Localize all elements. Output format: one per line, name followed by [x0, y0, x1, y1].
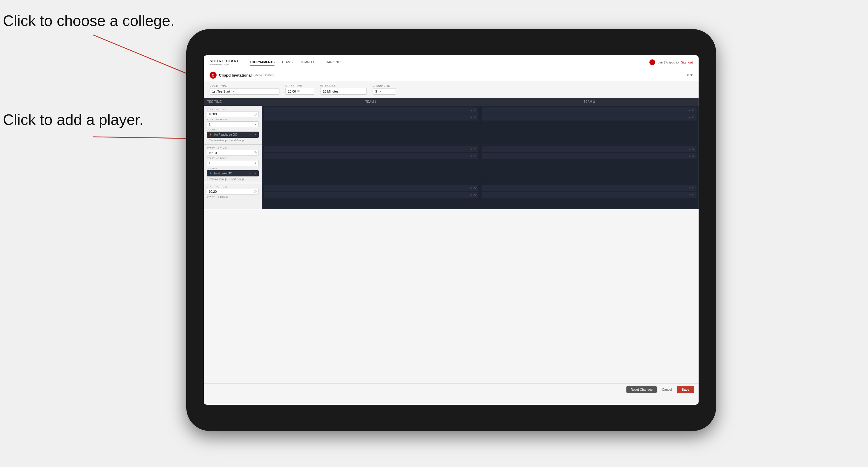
- cancel-button[interactable]: Cancel: [659, 386, 675, 393]
- minus-icon-row1: ○: [207, 139, 208, 142]
- expand-icon[interactable]: ⇱: [473, 109, 476, 112]
- close-icon[interactable]: ✕: [688, 109, 691, 112]
- start-time-input[interactable]: 10:00 ⓘ: [285, 88, 314, 95]
- player-slot[interactable]: ✕ ⇱: [482, 192, 696, 198]
- player-slot[interactable]: ✕ ⇱: [264, 153, 478, 159]
- tee-main-row1: ✕ ⇱ ✕ ⇱: [262, 106, 699, 144]
- table-wrapper: Tee Time Team 1 Team 2 STARTING TIME: 10…: [204, 98, 699, 395]
- back-button[interactable]: Back: [686, 73, 693, 77]
- tee-sidebar-row1: STARTING TIME: 10:00 🕐 STARTING HOLE: 1 …: [204, 106, 262, 144]
- course-name-row1: (A) Peachtree GC: [214, 133, 247, 136]
- expand-icon[interactable]: ⇱: [473, 155, 476, 158]
- player-slot[interactable]: ✕ ⇱: [264, 115, 478, 121]
- remove-course-icon-row1[interactable]: ✕: [249, 133, 251, 136]
- app-logo-title: SCOREBOARD: [210, 59, 240, 63]
- player-slot[interactable]: ✕ ⇱: [482, 107, 696, 114]
- close-icon[interactable]: ✕: [688, 148, 691, 151]
- close-icon[interactable]: ✕: [470, 148, 472, 151]
- clippd-logo: C: [210, 72, 217, 79]
- starting-hole-input-row2[interactable]: 1 ▼: [207, 160, 259, 166]
- expand-icon[interactable]: ⇱: [692, 193, 694, 196]
- starting-hole-input-row1[interactable]: 1 ▼: [207, 121, 259, 127]
- annotation-add-player: Click to add a player.: [3, 111, 144, 129]
- col-tee-time: Tee Time: [204, 98, 262, 106]
- remove-group-link-row2[interactable]: ○ Remove Group: [207, 178, 226, 181]
- player-slot[interactable]: ✕ ⇱: [482, 115, 696, 121]
- tee-main-row2: ✕ ⇱ ✕ ⇱: [262, 145, 699, 183]
- table-row: STARTING TIME: 10:20 🕐 STARTING HOLE: ✕: [204, 183, 699, 209]
- close-icon[interactable]: ✕: [470, 109, 472, 112]
- player-slot[interactable]: ✕ ⇱: [482, 146, 696, 152]
- course-label-row2: COURSE:: [207, 167, 259, 170]
- player-slot[interactable]: ✕ ⇱: [264, 192, 478, 198]
- clock-icon-row3: 🕐: [253, 190, 257, 193]
- group-size-label: Group Size: [373, 85, 396, 87]
- player-slot[interactable]: ✕ ⇱: [264, 185, 478, 191]
- nav-teams[interactable]: TEAMS: [281, 59, 292, 65]
- close-icon[interactable]: ✕: [470, 186, 472, 190]
- team1-col-row2: ✕ ⇱ ✕ ⇱: [262, 145, 480, 183]
- breadcrumb-title: Clippd Invitational: [219, 73, 252, 77]
- expand-icon[interactable]: ⇱: [473, 186, 476, 190]
- close-icon[interactable]: ✕: [688, 193, 691, 196]
- expand-icon[interactable]: ⇱: [692, 148, 694, 151]
- course-name-row2: East Lake GC: [214, 172, 247, 175]
- player-slot[interactable]: ✕ ⇱: [264, 146, 478, 152]
- player-slot[interactable]: ✕ ⇱: [482, 185, 696, 191]
- info-icon: ⓘ: [297, 89, 300, 93]
- expand-icon[interactable]: ⇱: [692, 109, 694, 112]
- player-slot[interactable]: ✕ ⇱: [264, 107, 478, 114]
- user-avatar: [649, 59, 655, 65]
- close-icon[interactable]: ✕: [470, 116, 472, 119]
- expand-icon[interactable]: ⇱: [473, 148, 476, 151]
- course-badge-row2[interactable]: 🏌 East Lake GC ✕ ▼: [207, 170, 259, 177]
- chevron-down-icon-group: ▼: [379, 90, 382, 93]
- close-icon[interactable]: ✕: [688, 186, 691, 190]
- remove-group-link-row1[interactable]: ○ Remove Group: [207, 139, 226, 142]
- expand-icon[interactable]: ⇱: [473, 116, 476, 119]
- sign-out-link[interactable]: Sign out: [681, 61, 693, 64]
- tee-rows-container[interactable]: STARTING TIME: 10:00 🕐 STARTING HOLE: 1 …: [204, 106, 699, 393]
- add-group-link-row2[interactable]: + Add Group: [229, 178, 244, 181]
- expand-icon[interactable]: ⇱: [473, 193, 476, 196]
- start-type-label: Start Type: [210, 85, 279, 87]
- course-label-row1: COURSE:: [207, 128, 259, 131]
- reset-changes-button[interactable]: Reset Changes: [626, 386, 657, 393]
- bottom-action-bar: Reset Changes Cancel Save: [204, 383, 699, 395]
- starting-time-input-row3[interactable]: 10:20 🕐: [207, 189, 259, 194]
- app-nav: SCOREBOARD Powered by clippd TOURNAMENTS…: [204, 55, 699, 69]
- tee-main-row3: ✕ ⇱ ✕ ⇱: [262, 183, 699, 209]
- team2-col-row3: ✕ ⇱ ✕ ⇱: [480, 183, 699, 209]
- expand-icon[interactable]: ⇱: [692, 116, 694, 119]
- course-badge-row1[interactable]: 🏌 (A) Peachtree GC ✕ ▼: [207, 132, 259, 138]
- close-icon[interactable]: ✕: [688, 116, 691, 119]
- close-icon[interactable]: ✕: [470, 193, 472, 196]
- action-links-row2: ○ Remove Group + Add Group: [207, 178, 259, 181]
- starting-time-input-row1[interactable]: 10:00 🕐: [207, 111, 259, 117]
- starting-time-input-row2[interactable]: 10:10 🕐: [207, 150, 259, 156]
- player-slot[interactable]: ✕ ⇱: [482, 153, 696, 159]
- tee-sidebar-row2: STARTING TIME: 10:10 🕐 STARTING HOLE: 1 …: [204, 145, 262, 183]
- starting-time-label-row3: STARTING TIME:: [207, 185, 259, 188]
- remove-course-icon-row2[interactable]: ✕: [249, 172, 251, 175]
- intervals-label: Intervals: [320, 84, 367, 87]
- form-start-time: Start Time 10:00 ⓘ: [285, 84, 314, 95]
- expand-icon[interactable]: ⇱: [692, 155, 694, 158]
- save-button[interactable]: Save: [677, 386, 694, 393]
- group-size-select[interactable]: 3 ▼: [373, 88, 396, 95]
- nav-tournaments[interactable]: TOURNAMENTS: [250, 59, 275, 65]
- close-icon[interactable]: ✕: [470, 155, 472, 158]
- nav-committee[interactable]: COMMITTEE: [300, 59, 319, 65]
- starting-hole-label-row3: STARTING HOLE:: [207, 196, 259, 198]
- app-logo-sub: Powered by clippd: [210, 63, 240, 66]
- expand-icon[interactable]: ⇱: [692, 186, 694, 190]
- nav-rankings[interactable]: RANKINGS: [326, 59, 342, 65]
- chevron-hole-row2: ▼: [254, 162, 257, 164]
- intervals-select[interactable]: 10 Minutes ⓘ: [320, 88, 367, 95]
- tee-sidebar-row3: STARTING TIME: 10:20 🕐 STARTING HOLE:: [204, 183, 262, 209]
- app-logo: SCOREBOARD Powered by clippd: [210, 59, 240, 66]
- close-icon[interactable]: ✕: [688, 155, 691, 158]
- table-row: STARTING TIME: 10:10 🕐 STARTING HOLE: 1 …: [204, 145, 699, 183]
- add-group-link-row1[interactable]: + Add Group: [229, 139, 244, 142]
- start-type-select[interactable]: 1st Tee Start ▼: [210, 88, 279, 95]
